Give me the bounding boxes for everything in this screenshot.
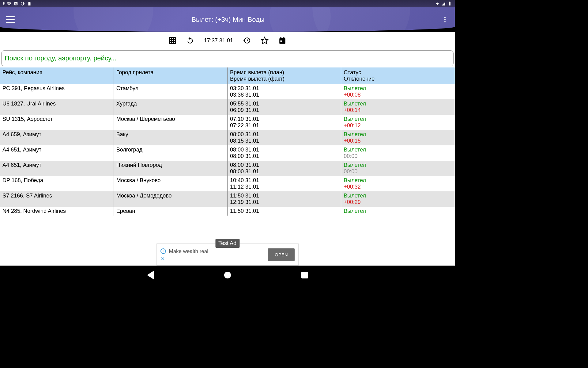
cell-time: 11:50 31.01 [228,207,341,216]
page-title: Вылет: (+3ч) Мин Воды [191,16,264,24]
table-row[interactable]: PC 391, Pegasus AirlinesСтамбул03:30 31.… [0,84,455,99]
history-icon[interactable] [243,36,251,44]
flights-table: Рейс, компания Город прилета Время вылет… [0,67,455,216]
table-row[interactable]: N4 285, Nordwind AirlinesЕреван11:50 31.… [0,207,455,216]
ad-badge: Test Ad [215,239,239,248]
ad-text: Make wealth real [169,248,209,255]
cell-status: Вылетел+00:15 [341,130,455,145]
calendar-icon[interactable] [278,36,286,44]
cell-city: Волгоград [114,145,227,161]
status-icon-sd [27,2,32,6]
cell-time: 05:55 31.0106:09 31.01 [228,99,341,115]
star-icon[interactable] [261,36,269,44]
cell-status: Вылетел+00:14 [341,99,455,115]
cell-status: Вылетел00:00 [341,161,455,176]
cell-city: Ереван [114,207,227,216]
nav-back-button[interactable] [147,271,154,279]
cell-city: Москва / Домодедово [114,191,227,207]
table-row[interactable]: A4 651, АзимутВолгоград08:00 31.0108:00 … [0,145,455,161]
svg-rect-5 [169,37,175,44]
nav-home-button[interactable] [224,272,231,278]
cell-flight: S7 2166, S7 Airlines [0,191,114,207]
more-options-button[interactable] [441,16,449,23]
cell-time: 10:40 31.0111:12 31.01 [228,176,341,191]
cell-flight: A4 651, Азимут [0,145,114,161]
cell-status: Вылетел00:00 [341,145,455,161]
status-icon-a: A [14,2,18,6]
cell-flight: A4 659, Азимут [0,130,114,145]
app-bar: Вылет: (+3ч) Мин Воды [0,7,455,32]
cell-city: Москва / Внуково [114,176,227,191]
svg-text:A: A [15,2,17,5]
toolbar: 17:37 31.01 [0,32,455,49]
table-row[interactable]: A4 651, АзимутНижний Новгород08:00 31.01… [0,161,455,176]
table-row[interactable]: A4 659, АзимутБаку08:00 31.0108:15 31.01… [0,130,455,145]
status-icon-contrast [21,2,25,6]
cell-status: Вылетел [341,207,455,216]
menu-button[interactable] [6,16,15,23]
cell-time: 07:10 31.0107:22 31.01 [228,115,341,130]
cell-flight: N4 285, Nordwind Airlines [0,207,114,216]
cell-status: Вылетел+00:12 [341,115,455,130]
wifi-icon [435,2,439,6]
cell-time: 08:00 31.0108:00 31.01 [228,161,341,176]
cell-status: Вылетел+00:32 [341,176,455,191]
svg-rect-4 [449,2,450,2]
grid-icon[interactable] [168,36,176,44]
cell-flight: PC 391, Pegasus Airlines [0,84,114,99]
cell-time: 11:50 31.0112:19 31.01 [228,191,341,207]
svg-rect-16 [281,40,282,42]
cell-city: Стамбул [114,84,227,99]
cell-city: Москва / Шереметьево [114,115,227,130]
cell-time: 03:30 31.0103:38 31.01 [228,84,341,99]
ad-info-icon[interactable]: i [160,248,166,254]
cell-flight: A4 651, Азимут [0,161,114,176]
toolbar-datetime: 17:37 31.01 [204,37,233,44]
nav-recent-button[interactable] [301,272,308,278]
ad-banner: Test Ad i ✕ Make wealth real OPEN [156,243,299,266]
battery-icon [447,2,452,6]
svg-marker-11 [261,37,268,44]
th-time: Время вылета (план) Время вылета (факт) [228,67,341,84]
cell-time: 08:00 31.0108:00 31.01 [228,145,341,161]
cell-status: Вылетел+00:08 [341,84,455,99]
android-status-bar: 5:38 A [0,0,455,7]
th-status: Статус Отклонение [341,67,455,84]
cell-time: 08:00 31.0108:15 31.01 [228,130,341,145]
table-row[interactable]: U6 1827, Ural AirlinesХургада05:55 31.01… [0,99,455,115]
cell-flight: U6 1827, Ural Airlines [0,99,114,115]
th-city: Город прилета [114,67,227,84]
signal-icon [441,2,446,6]
table-row[interactable]: S7 2166, S7 AirlinesМосква / Домодедово1… [0,191,455,207]
cell-city: Баку [114,130,227,145]
table-row[interactable]: SU 1315, АэрофлотМосква / Шереметьево07:… [0,115,455,130]
cell-city: Нижний Новгород [114,161,227,176]
ad-open-button[interactable]: OPEN [268,248,295,261]
refresh-icon[interactable] [186,36,194,44]
cell-flight: DP 168, Победа [0,176,114,191]
th-flight: Рейс, компания [0,67,114,84]
table-row[interactable]: DP 168, ПобедаМосква / Внуково10:40 31.0… [0,176,455,191]
ad-close-icon[interactable]: ✕ [161,256,166,261]
svg-rect-3 [449,2,450,6]
android-nav-bar [0,266,455,285]
cell-city: Хургада [114,99,227,115]
cell-status: Вылетел+00:29 [341,191,455,207]
cell-flight: SU 1315, Аэрофлот [0,115,114,130]
status-time: 5:38 [3,1,11,6]
search-input[interactable] [1,50,454,66]
